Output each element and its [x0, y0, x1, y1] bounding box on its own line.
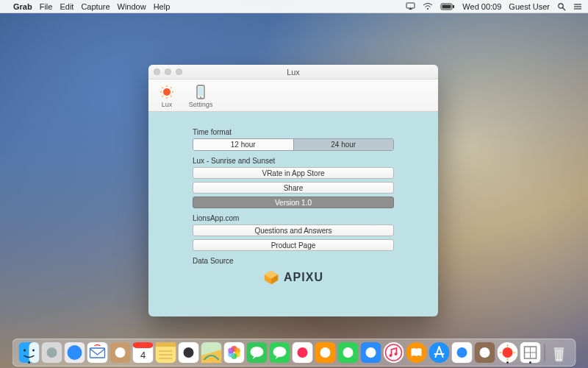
svg-point-73 [457, 347, 467, 358]
dock-item-launchpad[interactable] [42, 342, 62, 363]
running-indicator [506, 361, 509, 364]
window-traffic-lights[interactable] [154, 68, 182, 75]
dock-item-messages[interactable] [247, 342, 268, 363]
menu-capture[interactable]: Capture [81, 2, 110, 11]
dock-item-calendar[interactable]: 4 [133, 342, 154, 363]
version-button[interactable]: Version 1.0 [193, 197, 394, 208]
reminders-icon [179, 342, 199, 363]
notification-center-icon[interactable] [573, 3, 582, 10]
menubar-clock[interactable]: Wed 00:09 [462, 2, 501, 11]
svg-rect-66 [384, 342, 404, 363]
airplay-icon[interactable] [406, 2, 415, 10]
lux-app-icon [498, 342, 518, 363]
dock-item-numbers[interactable] [338, 342, 359, 363]
share-button[interactable]: Share [193, 182, 394, 194]
close-icon[interactable] [154, 68, 160, 75]
rate-app-store-button[interactable]: VRate in App Store [193, 167, 394, 179]
dock-item-contacts[interactable] [110, 342, 131, 363]
dock-item-trash[interactable] [549, 342, 570, 363]
finder-icon [19, 342, 40, 363]
menu-edit[interactable]: Edit [60, 2, 74, 11]
notes-icon [156, 342, 176, 363]
svg-line-17 [171, 88, 172, 89]
menu-window[interactable]: Window [118, 2, 146, 11]
lionsapp-section-label: LionsApp.com [193, 214, 394, 222]
svg-point-29 [47, 347, 57, 358]
time-format-12h[interactable]: 12 hour [193, 139, 293, 150]
svg-point-10 [163, 88, 171, 96]
time-format-segmented[interactable]: 12 hour 24 hour [193, 138, 394, 151]
dock-item-safari[interactable] [65, 342, 85, 363]
questions-answers-button[interactable]: Questions and Answers [193, 224, 394, 236]
keynote-icon [361, 342, 381, 363]
svg-point-65 [366, 347, 376, 358]
dock-separator [545, 344, 545, 361]
settings-pane: Time format 12 hour 24 hour Lux - Sunris… [148, 112, 438, 293]
dock-item-ibooks[interactable] [406, 342, 427, 363]
dock-item-notes[interactable] [156, 342, 176, 363]
toolbar-lux-button[interactable]: Lux [154, 84, 179, 108]
dock-item-lux-app[interactable] [498, 342, 518, 363]
time-format-24h[interactable]: 24 hour [293, 139, 394, 150]
svg-rect-47 [224, 342, 245, 363]
desktop: Grab File Edit Capture Window Help Wed 0… [0, 0, 588, 368]
ibooks-icon [406, 342, 427, 363]
zoom-icon[interactable] [176, 68, 182, 75]
svg-point-75 [480, 347, 490, 358]
minimize-icon[interactable] [165, 68, 171, 75]
dock-item-facetime[interactable] [270, 342, 290, 363]
toolbar-settings-button[interactable]: Settings [188, 84, 213, 108]
maps-icon [201, 342, 222, 363]
dock-item-photos[interactable] [224, 342, 245, 363]
dock-item-itunes[interactable] [384, 342, 404, 363]
wifi-icon[interactable] [423, 3, 433, 10]
dock-item-grab[interactable] [520, 342, 541, 363]
menubar-app-name[interactable]: Grab [13, 2, 32, 11]
menu-file[interactable]: File [40, 2, 53, 11]
dictionary-icon [475, 342, 495, 363]
datasource-brand: APIXU [193, 269, 394, 286]
menubar-user[interactable]: Guest User [509, 2, 550, 11]
contacts-icon [110, 342, 131, 363]
dock-item-keynote[interactable] [361, 342, 381, 363]
dock-item-app-store[interactable] [429, 342, 450, 363]
svg-point-31 [68, 345, 82, 360]
svg-point-55 [251, 347, 264, 357]
svg-point-35 [115, 347, 126, 358]
window-title: Lux [287, 68, 300, 77]
messages-icon [247, 342, 268, 363]
dock-item-dictionary[interactable] [475, 342, 495, 363]
dock-item-mail[interactable] [87, 342, 108, 363]
svg-point-69 [395, 353, 398, 355]
apixu-logo-text: APIXU [284, 271, 323, 284]
svg-rect-3 [453, 5, 454, 8]
grab-icon [520, 342, 541, 363]
svg-rect-0 [406, 3, 415, 8]
dock-item-pages[interactable] [315, 342, 336, 363]
datasource-label: Data Source [193, 257, 394, 265]
menu-help[interactable]: Help [154, 2, 171, 11]
svg-text:4: 4 [140, 350, 146, 361]
svg-rect-4 [442, 4, 451, 8]
svg-line-15 [162, 88, 164, 89]
safari-icon [65, 342, 85, 363]
dock-item-maps[interactable] [201, 342, 222, 363]
itunes-icon [384, 342, 404, 363]
dock-item-preview[interactable] [452, 342, 473, 363]
window-titlebar[interactable]: Lux [148, 65, 438, 79]
svg-point-21 [200, 96, 201, 98]
photos-icon [224, 342, 245, 363]
lux-section-label: Lux - Sunrise and Sunset [193, 157, 394, 165]
svg-point-26 [24, 350, 26, 352]
dock-item-reminders[interactable] [179, 342, 199, 363]
product-page-button[interactable]: Product Page [193, 239, 394, 251]
svg-rect-40 [156, 342, 176, 347]
dock[interactable]: 4 [12, 339, 576, 367]
dock-item-game-center[interactable] [293, 342, 313, 363]
svg-point-63 [343, 347, 354, 358]
svg-rect-37 [133, 342, 154, 348]
dock-item-finder[interactable] [19, 342, 40, 363]
spotlight-icon[interactable] [557, 2, 566, 11]
battery-icon[interactable] [440, 3, 455, 10]
toolbar-lux-label: Lux [162, 101, 173, 108]
